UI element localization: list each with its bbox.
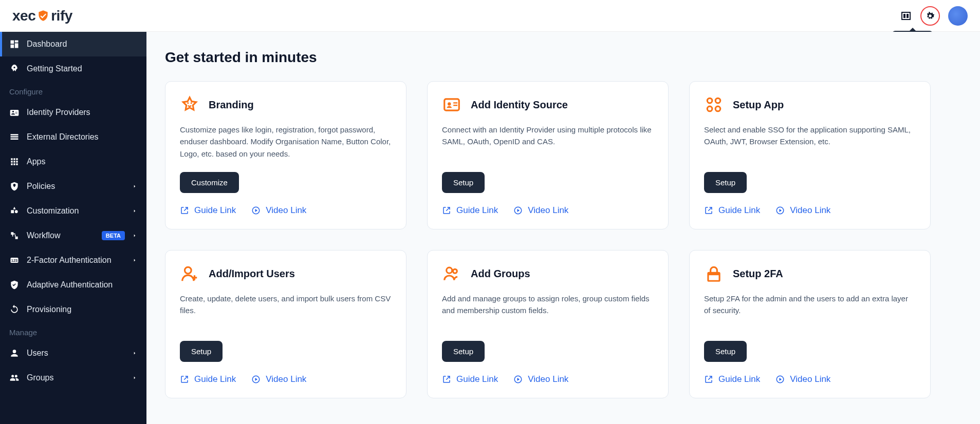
chevron-right-icon xyxy=(132,208,137,214)
sidebar-item-customization[interactable]: Customization xyxy=(0,199,146,223)
card-links: Guide Link Video Link xyxy=(704,374,916,384)
sidebar-item-adaptive-auth[interactable]: Adaptive Authentication xyxy=(0,273,146,297)
user-icon xyxy=(9,348,20,358)
card-header: Add Groups xyxy=(442,264,654,283)
sidebar-item-label: Policies xyxy=(27,182,125,191)
sidebar-item-users[interactable]: Users xyxy=(0,341,146,365)
svg-rect-7 xyxy=(453,102,457,103)
svg-text:123: 123 xyxy=(11,258,18,263)
card-description: Setup 2FA for the admin and the users to… xyxy=(704,293,916,329)
card-action-button[interactable]: Setup xyxy=(442,172,485,193)
sidebar-item-label: Identity Providers xyxy=(27,108,137,117)
sidebar-item-label: Provisioning xyxy=(27,305,137,314)
card-title: Setup 2FA xyxy=(733,268,783,280)
main-content: Get started in minutes Branding Customiz… xyxy=(146,32,980,424)
play-circle-icon xyxy=(775,375,785,384)
video-link[interactable]: Video Link xyxy=(775,205,830,216)
sidebar-section-manage: Manage xyxy=(0,322,146,341)
star-icon xyxy=(180,95,199,114)
sidebar-item-identity-providers[interactable]: Identity Providers xyxy=(0,100,146,125)
chevron-right-icon xyxy=(132,351,137,356)
card-action-button[interactable]: Setup xyxy=(180,341,223,362)
sidebar-item-label: Adaptive Authentication xyxy=(27,280,137,290)
svg-point-18 xyxy=(453,269,457,273)
rocket-icon xyxy=(9,64,20,74)
card-links: Guide Link Video Link xyxy=(442,374,654,384)
lock-icon xyxy=(704,264,724,283)
card-description: Add and manage groups to assign roles, g… xyxy=(442,293,654,329)
svg-point-15 xyxy=(185,267,192,274)
video-link[interactable]: Video Link xyxy=(251,205,306,216)
card-action-button[interactable]: Setup xyxy=(704,172,747,193)
sidebar-item-dashboard[interactable]: Dashboard xyxy=(0,32,146,56)
guide-link[interactable]: Guide Link xyxy=(180,374,236,384)
sidebar-item-2fa[interactable]: 123 2-Factor Authentication xyxy=(0,248,146,273)
chevron-right-icon xyxy=(132,258,137,263)
video-link[interactable]: Video Link xyxy=(513,374,568,384)
play-circle-icon xyxy=(775,206,785,215)
beta-badge: BETA xyxy=(102,231,125,240)
chevron-right-icon xyxy=(132,233,137,238)
card-description: Select and enable SSO for the applicatio… xyxy=(704,124,916,160)
card-description: Connect with an Identity Provider using … xyxy=(442,124,654,160)
list-icon xyxy=(9,132,20,142)
idcard-icon xyxy=(442,95,461,114)
sidebar: Dashboard Getting Started Configure Iden… xyxy=(0,32,146,424)
card-header: Add/Import Users xyxy=(180,264,392,283)
sidebar-item-label: Customization xyxy=(27,206,125,216)
chevron-right-icon xyxy=(132,184,137,189)
sidebar-item-label: Dashboard xyxy=(27,40,137,49)
apps-icon xyxy=(704,95,724,114)
play-circle-icon xyxy=(513,375,523,384)
chevron-right-icon xyxy=(132,375,137,380)
guide-link[interactable]: Guide Link xyxy=(180,205,236,216)
card-title: Add/Import Users xyxy=(209,268,295,280)
sidebar-item-external-directories[interactable]: External Directories xyxy=(0,125,146,149)
sidebar-item-groups[interactable]: Groups xyxy=(0,365,146,390)
card-title: Add Identity Source xyxy=(471,99,568,111)
grid-icon xyxy=(9,157,20,167)
sidebar-item-label: Groups xyxy=(27,373,125,382)
play-circle-icon xyxy=(251,375,261,384)
guide-link[interactable]: Guide Link xyxy=(442,205,498,216)
video-link[interactable]: Video Link xyxy=(251,374,306,384)
external-link-icon xyxy=(442,375,451,384)
card-action-button[interactable]: Customize xyxy=(180,172,239,193)
svg-point-6 xyxy=(448,102,451,105)
external-link-icon xyxy=(180,375,189,384)
card-setup-app: Setup App Select and enable SSO for the … xyxy=(689,81,931,229)
svg-point-12 xyxy=(707,106,712,111)
docs-icon[interactable] xyxy=(900,10,912,22)
card-links: Guide Link Video Link xyxy=(180,374,392,384)
video-link[interactable]: Video Link xyxy=(513,205,568,216)
sidebar-item-provisioning[interactable]: Provisioning xyxy=(0,297,146,322)
card-add-identity-source: Add Identity Source Connect with an Iden… xyxy=(427,81,669,229)
card-action-button[interactable]: Setup xyxy=(704,341,747,362)
brand-text-2: rify xyxy=(51,8,72,24)
dashboard-icon xyxy=(9,39,20,49)
settings-button[interactable] xyxy=(920,6,940,26)
brand-logo[interactable]: xec rify xyxy=(12,8,72,24)
sidebar-item-workflow[interactable]: Workflow BETA xyxy=(0,223,146,248)
svg-rect-21 xyxy=(708,273,719,275)
guide-link[interactable]: Guide Link xyxy=(442,374,498,384)
card-action-button[interactable]: Setup xyxy=(442,341,485,362)
guide-link[interactable]: Guide Link xyxy=(704,374,760,384)
sidebar-item-policies[interactable]: Policies xyxy=(0,174,146,199)
header-actions xyxy=(900,6,968,26)
external-link-icon xyxy=(442,206,451,215)
gear-icon xyxy=(924,10,936,22)
sidebar-item-label: Getting Started xyxy=(27,64,137,73)
card-links: Guide Link Video Link xyxy=(704,205,916,216)
video-link[interactable]: Video Link xyxy=(775,374,830,384)
card-header: Setup 2FA xyxy=(704,264,916,283)
guide-link[interactable]: Guide Link xyxy=(704,205,760,216)
card-add-groups: Add Groups Add and manage groups to assi… xyxy=(427,250,669,398)
sidebar-section-configure: Configure xyxy=(0,81,146,100)
sidebar-item-label: External Directories xyxy=(27,132,137,142)
user-avatar[interactable] xyxy=(948,6,968,26)
external-link-icon xyxy=(704,375,713,384)
sidebar-item-apps[interactable]: Apps xyxy=(0,149,146,174)
sidebar-item-getting-started[interactable]: Getting Started xyxy=(0,56,146,81)
play-circle-icon xyxy=(513,206,523,215)
